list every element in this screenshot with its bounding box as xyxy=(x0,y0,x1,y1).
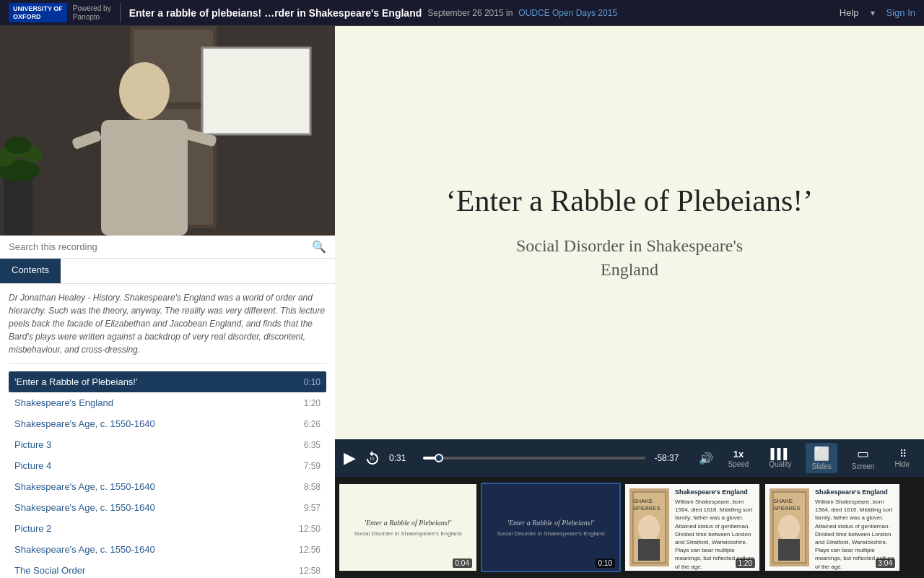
contents-item-label: 'Enter a Rabble of Plebeians!' xyxy=(14,376,137,387)
hide-control[interactable]: ⠿ Hide xyxy=(889,445,915,471)
thumb-timestamp-1: 0:04 xyxy=(453,558,472,568)
shakespeare-text-4: Shakespeare's England William Shakespear… xyxy=(812,488,898,566)
help-chevron: ▾ xyxy=(871,8,875,18)
svg-point-5 xyxy=(119,62,170,120)
contents-item-timestamp: 1:20 xyxy=(304,398,321,408)
contents-item-7[interactable]: Picture 212:50 xyxy=(9,518,326,539)
thumbnail-2[interactable]: 'Enter a Rabble of Plebeians!' Social Di… xyxy=(481,483,621,572)
volume-button[interactable]: 🔊 xyxy=(699,452,713,465)
thumbnail-3[interactable]: SHAKE SPEARES Shakespeare's England Will… xyxy=(624,483,761,572)
svg-point-13 xyxy=(5,137,31,154)
thumb-timestamp-3: 1:20 xyxy=(736,558,755,568)
hide-label: Hide xyxy=(894,460,910,468)
portrait-svg-4: SHAKE SPEARES xyxy=(770,488,809,566)
sign-in-button[interactable]: Sign In xyxy=(886,7,915,18)
contents-item-label: Picture 2 xyxy=(14,523,51,534)
contents-item-0[interactable]: 'Enter a Rabble of Plebeians!'0:10 xyxy=(9,371,326,392)
lecture-date: September 26 2015 in xyxy=(427,8,513,18)
thumbnail-1[interactable]: 'Enter a Rabble of Plebeians!' Social Di… xyxy=(338,483,478,572)
oxford-logo-text2: OXFORD xyxy=(13,13,41,20)
shakespeare-header-4: Shakespeare's England xyxy=(815,488,898,496)
contents-item-label: Shakespeare's Age, c. 1550-1640 xyxy=(14,544,155,555)
video-area[interactable] xyxy=(0,26,335,236)
contents-item-timestamp: 0:10 xyxy=(304,377,321,387)
contents-item-1[interactable]: Shakespeare's England1:20 xyxy=(9,392,326,413)
contents-item-timestamp: 6:35 xyxy=(304,440,321,450)
top-navigation: UNIVERSITY OF OXFORD Powered byPanopto E… xyxy=(0,0,924,26)
tab-bar: Contents xyxy=(0,259,335,284)
shakespeare-text-3: Shakespeare's England William Shakespear… xyxy=(672,488,758,566)
contents-item-timestamp: 8:58 xyxy=(304,482,321,492)
svg-rect-26 xyxy=(778,539,800,561)
contents-item-2[interactable]: Shakespeare's Age, c. 1550-16406:26 xyxy=(9,413,326,434)
screen-icon: ▭ xyxy=(857,446,869,462)
contents-item-9[interactable]: The Social Order12:58 xyxy=(9,560,326,578)
thumb-timestamp-4: 3:04 xyxy=(876,558,895,568)
progress-fill xyxy=(423,457,439,460)
contents-item-timestamp: 9:57 xyxy=(304,503,321,513)
speed-icon: 1x xyxy=(733,449,744,460)
slide-subtitle: Social Disorder in Shakespeare'sEngland xyxy=(516,234,743,282)
main-layout: 🔍 Contents Dr Jonathan Healey - History.… xyxy=(0,26,924,578)
slides-control[interactable]: ⬜ Slides xyxy=(806,443,837,473)
slides-label: Slides xyxy=(811,462,831,470)
time-current: 0:31 xyxy=(389,453,414,463)
thumb-inner-3: SHAKE SPEARES Shakespeare's England Will… xyxy=(625,484,761,571)
contents-item-timestamp: 12:50 xyxy=(299,524,321,534)
slide-display: ‘Enter a Rabble of Plebeians!’ Social Di… xyxy=(335,26,924,439)
play-button[interactable]: ▶ xyxy=(344,449,356,467)
speed-control[interactable]: 1x Speed xyxy=(722,446,754,471)
contents-item-label: Shakespeare's England xyxy=(14,397,113,408)
thumbnail-row: 'Enter a Rabble of Plebeians!' Social Di… xyxy=(335,477,924,578)
thumb-title-2: 'Enter a Rabble of Plebeians!' xyxy=(507,518,594,527)
contents-description: Dr Jonathan Healey - History. Shakespear… xyxy=(9,291,326,364)
contents-item-timestamp: 12:56 xyxy=(299,545,321,555)
nav-right: Help ▾ Sign In xyxy=(840,7,915,18)
replay-10-button[interactable]: 10 xyxy=(365,450,380,466)
logo-area: UNIVERSITY OF OXFORD Powered byPanopto xyxy=(9,3,121,23)
quality-control[interactable]: ▌▌▌ Quality xyxy=(763,445,797,471)
speed-label: Speed xyxy=(728,460,749,468)
thumb-title-1: 'Enter a Rabble of Plebeians!' xyxy=(365,518,451,527)
quality-label: Quality xyxy=(769,460,791,468)
svg-point-19 xyxy=(638,515,660,541)
contents-item-5[interactable]: Shakespeare's Age, c. 1550-16408:58 xyxy=(9,476,326,497)
contents-item-3[interactable]: Picture 36:35 xyxy=(9,434,326,455)
search-input[interactable] xyxy=(9,241,306,252)
svg-point-25 xyxy=(778,515,800,541)
thumbnail-4[interactable]: SHAKE SPEARES Shakespeare's England Will… xyxy=(764,483,901,572)
screen-control[interactable]: ▭ Screen xyxy=(846,443,881,473)
svg-text:SPEARES: SPEARES xyxy=(633,505,661,512)
lecture-series-link[interactable]: OUDCE Open Days 2015 xyxy=(518,8,617,18)
thumb-inner-1: 'Enter a Rabble of Plebeians!' Social Di… xyxy=(339,484,476,571)
thumb-subtitle-2: Social Disorder in Shakespeare's England xyxy=(497,530,604,538)
slide-title: ‘Enter a Rabble of Plebeians!’ xyxy=(446,183,813,219)
quality-icon: ▌▌▌ xyxy=(771,448,790,460)
right-panel: ‘Enter a Rabble of Plebeians!’ Social Di… xyxy=(335,26,924,578)
contents-list: 'Enter a Rabble of Plebeians!'0:10Shakes… xyxy=(9,371,326,578)
thumb-inner-4: SHAKE SPEARES Shakespeare's England Will… xyxy=(765,484,901,571)
portrait-svg-3: SHAKE SPEARES xyxy=(629,488,669,566)
contents-item-6[interactable]: Shakespeare's Age, c. 1550-16409:57 xyxy=(9,497,326,518)
contents-item-timestamp: 12:58 xyxy=(299,566,321,576)
lecture-title-area: Enter a rabble of plebeians! …rder in Sh… xyxy=(121,7,840,19)
oxford-logo-text: UNIVERSITY OF xyxy=(13,5,63,12)
contents-item-4[interactable]: Picture 47:59 xyxy=(9,455,326,476)
contents-item-label: Picture 3 xyxy=(14,439,51,450)
contents-item-8[interactable]: Shakespeare's Age, c. 1550-164012:56 xyxy=(9,539,326,560)
shakespeare-portrait-3: SHAKE SPEARES xyxy=(629,488,669,566)
svg-rect-4 xyxy=(202,48,310,134)
svg-text:SPEARES: SPEARES xyxy=(773,505,801,512)
search-icon[interactable]: 🔍 xyxy=(312,240,326,254)
progress-bar[interactable] xyxy=(423,457,645,460)
search-bar: 🔍 xyxy=(0,236,335,259)
contents-item-label: Picture 4 xyxy=(14,460,51,471)
thumb-inner-2: 'Enter a Rabble of Plebeians!' Social Di… xyxy=(482,484,619,571)
thumb-subtitle-1: Social Disorder in Shakespeare's England xyxy=(354,530,461,538)
time-remaining: -58:37 xyxy=(654,453,690,463)
svg-text:SHAKE: SHAKE xyxy=(633,498,653,504)
replay-icon: 10 xyxy=(365,450,380,466)
help-button[interactable]: Help xyxy=(840,7,859,18)
lecture-title: Enter a rabble of plebeians! …rder in Sh… xyxy=(129,7,422,19)
tab-contents[interactable]: Contents xyxy=(0,259,61,283)
